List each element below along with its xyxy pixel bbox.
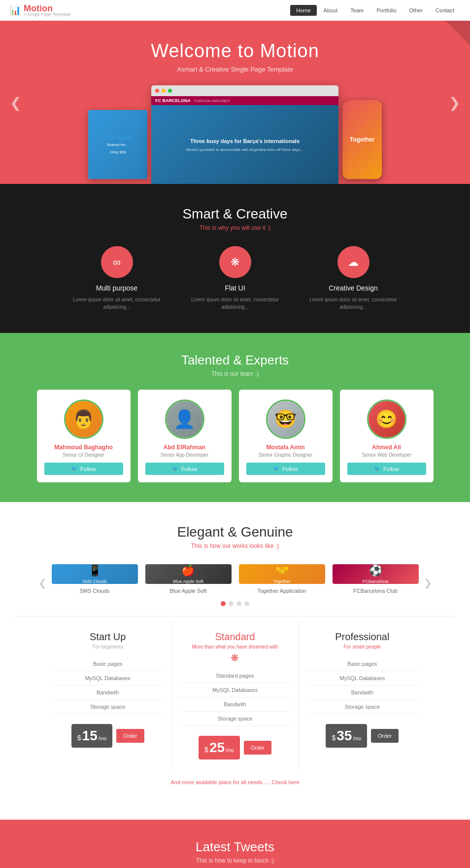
- dot-2[interactable]: [236, 601, 241, 606]
- dot-red: [155, 89, 159, 93]
- feature-desc-creative: Lorem ipsum dolor sit amet, consectetur …: [309, 296, 398, 311]
- nav-links: Home About Team Portfolio Other Contact: [290, 5, 460, 16]
- nav-other[interactable]: Other: [403, 5, 429, 16]
- navbar: 📊 Motion A Single Page Template Home Abo…: [0, 0, 470, 21]
- avatar-2: 🤓: [266, 399, 305, 439]
- hero-title: Welcome to Motion: [10, 40, 460, 62]
- hero-section: ❮ Welcome to Motion Asmart & Creative Si…: [0, 21, 470, 184]
- pricing-more: And more available plans for all needs .…: [15, 779, 455, 797]
- nav-contact[interactable]: Contact: [430, 5, 460, 16]
- portfolio-thumb-3: ⚽ FCBarcelona: [333, 564, 419, 584]
- feature-flatui: ❋ Flat UI Lorem ipsum dolor sit amet, co…: [191, 246, 279, 311]
- portfolio-arrow-right[interactable]: ❯: [419, 577, 437, 589]
- avatar-1: 👤: [165, 399, 204, 439]
- portfolio-label-2: Together Application: [239, 588, 325, 594]
- avatar-0: 👨: [64, 399, 103, 439]
- pricing-startup-price-row: $ 15 /mo Order: [52, 724, 164, 748]
- pricing-standard-title: Standard: [179, 631, 291, 643]
- pricing-startup-sub: For beginners: [52, 644, 164, 650]
- pricing-standard-price: $ 25 /mo: [199, 736, 240, 760]
- pricing-professional-price-row: $ 35 /mo Order: [306, 724, 418, 748]
- feature-item: Bandwith: [52, 686, 164, 700]
- pricing-row: Start Up For beginners Basic pages MySQL…: [15, 616, 455, 779]
- screen-phone: Together: [342, 100, 382, 179]
- feature-item: MySQL Databases: [179, 683, 291, 697]
- avatar-3: 😊: [367, 399, 406, 439]
- portfolio-label-1: Blue Apple Soft: [145, 588, 232, 594]
- nav-about[interactable]: About: [318, 5, 344, 16]
- dot-0[interactable]: [221, 601, 226, 606]
- dot-1[interactable]: [229, 601, 234, 606]
- feature-item: Basic pages: [52, 657, 164, 671]
- browser-content: FC BARCELONA TURKISH AIRLINES Three busy…: [151, 96, 338, 184]
- portfolio-row: 📱 SMS Clouds SMS Clouds 🍎 Blue Apple Sof…: [52, 564, 419, 594]
- portfolio-item-1: 🍎 Blue Apple Soft Blue Apple Soft: [145, 564, 232, 594]
- follow-btn-0[interactable]: 🐦 Follow: [44, 463, 123, 475]
- portfolio-thumb-0: 📱 SMS Clouds: [52, 564, 138, 584]
- order-btn-startup[interactable]: Order: [116, 729, 144, 743]
- pricing-standard-features: Standard pages MySQL Databases Bandwith …: [179, 669, 291, 726]
- feature-multipurpose: ∞ Multi purpose Lorem ipsum dolor sit am…: [72, 246, 161, 311]
- team-card-3: 😊 Ahmed Ali Senior Web Developer 🐦 Follo…: [340, 390, 434, 482]
- feature-desc-flatui: Lorem ipsum dolor sit amet, consectetur …: [191, 296, 279, 311]
- screen-small-content: Blue Apple Shared Ho... Only 30$: [88, 110, 147, 179]
- feature-icon-creative: ☁: [337, 246, 369, 278]
- portfolio-label-3: FCBarcelona Club: [333, 588, 419, 594]
- feature-item: Standard pages: [179, 669, 291, 683]
- feature-icon-flatui: ❋: [219, 246, 251, 278]
- follow-btn-3[interactable]: 🐦 Follow: [347, 463, 426, 475]
- portfolio-row-wrapper: ❮ 📱 SMS Clouds SMS Clouds 🍎 Blue Apple S…: [15, 564, 455, 601]
- portfolio-section: Elegant & Genuine This is how our works …: [0, 502, 470, 820]
- dot-3[interactable]: [244, 601, 249, 606]
- browser-bar: [151, 85, 338, 96]
- order-btn-professional[interactable]: Order: [371, 729, 399, 743]
- pricing-professional-sub: For smart people: [306, 644, 418, 650]
- twitter-icon-2: 🐦: [273, 466, 280, 472]
- tweets-section: ❮ Latest Tweets This is how to keep in t…: [0, 820, 470, 868]
- feature-item: Bandwith: [179, 697, 291, 712]
- feature-item: Bandwith: [306, 686, 418, 700]
- team-card-1: 👤 Abd ElRahman Senior App Developer 🐦 Fo…: [138, 390, 232, 482]
- dot-green: [168, 89, 172, 93]
- pricing-professional-title: Professional: [306, 631, 418, 643]
- team-card-2: 🤓 Mostafa Amin Senior Graphic Designer 🐦…: [239, 390, 333, 482]
- feature-title-multipurpose: Multi purpose: [72, 284, 161, 292]
- phone-content: Together: [342, 100, 382, 179]
- hero-arrow-right[interactable]: ❯: [449, 94, 460, 110]
- twitter-icon-3: 🐦: [374, 466, 381, 472]
- portfolio-thumb-2: 🤝 Together: [239, 564, 325, 584]
- team-role-0: Senior UI Designer: [44, 452, 123, 458]
- follow-btn-1[interactable]: 🐦 Follow: [145, 463, 224, 475]
- pricing-startup-price: $ 15 /mo: [71, 724, 113, 748]
- pricing-standard-sub: More than what you have dreamed with: [179, 644, 291, 650]
- screen-small-left: Blue Apple Shared Ho... Only 30$: [88, 110, 147, 179]
- order-btn-standard[interactable]: Order: [244, 741, 271, 755]
- hero-screens: Blue Apple Shared Ho... Only 30$ FC BARC…: [10, 85, 460, 184]
- smart-title: Smart & Creative: [30, 206, 440, 222]
- follow-btn-2[interactable]: 🐦 Follow: [246, 463, 325, 475]
- feature-item: Storage space: [52, 700, 164, 714]
- tweets-title: Latest Tweets: [30, 839, 440, 855]
- feature-item: Basic pages: [306, 657, 418, 671]
- portfolio-thumb-1: 🍎 Blue Apple Soft: [145, 564, 232, 584]
- team-title: Talented & Experts: [15, 353, 455, 368]
- pricing-professional: Professional For smart people Basic page…: [299, 621, 426, 769]
- logo-icon: 📊: [10, 5, 21, 16]
- pricing-professional-price: $ 35 /mo: [326, 724, 367, 748]
- feature-desc-multipurpose: Lorem ipsum dolor sit amet, consectetur …: [72, 296, 161, 311]
- nav-portfolio[interactable]: Portfolio: [370, 5, 402, 16]
- portfolio-arrow-left[interactable]: ❮: [34, 577, 52, 589]
- feature-item: MySQL Databases: [52, 671, 164, 686]
- pricing-startup: Start Up For beginners Basic pages MySQL…: [44, 621, 171, 769]
- pricing-standard-price-row: $ 25 /mo Order: [179, 736, 291, 760]
- pricing-professional-features: Basic pages MySQL Databases Bandwith Sto…: [306, 657, 418, 714]
- feature-item: Storage space: [306, 700, 418, 714]
- team-name-3: Ahmed Ali: [347, 444, 426, 451]
- nav-home[interactable]: Home: [290, 5, 316, 16]
- team-section: Talented & Experts This is our team :) 👨…: [0, 333, 470, 502]
- logo-sub: A Single Page Template: [24, 12, 70, 17]
- logo: 📊 Motion A Single Page Template: [10, 3, 70, 17]
- nav-team[interactable]: Team: [344, 5, 369, 16]
- team-role-3: Senior Web Developer: [347, 452, 426, 458]
- team-name-2: Mostafa Amin: [246, 444, 325, 451]
